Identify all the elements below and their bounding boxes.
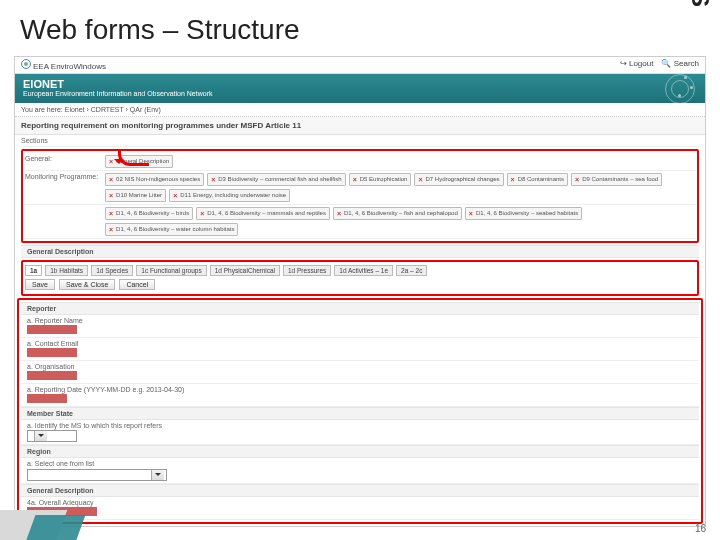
sections-label: Sections [21,137,101,144]
close-icon[interactable]: × [173,190,177,201]
highlight-box-3: Reporter a. Reporter Name a. Contact Ema… [17,298,703,524]
breadcrumb: You are here: Eionet › CDRTEST › QAr (En… [15,103,705,117]
chevron-down-icon [34,431,47,441]
close-icon[interactable]: × [109,174,113,185]
button-row: Save Save & Close Cancel [25,277,695,292]
contact-email-label: a. Contact Email [27,340,693,347]
overall-adequacy-label: 4a. Overall Adequacy [27,499,693,506]
programme-pill[interactable]: ×D7 Hydrographical changes [414,173,503,186]
monitoring-label: Monitoring Programme: [25,173,105,180]
tab-1b-habitats[interactable]: 1b Habitats [45,265,88,276]
close-icon[interactable]: × [109,190,113,201]
screenshot-frame: EEA EnviroWindows ↪ Logout 🔍 Search EION… [14,56,706,527]
eionet-banner: EIONET European Environment Information … [15,74,705,103]
page-heading: Reporting requirement on monitoring prog… [15,117,705,135]
cancel-button[interactable]: Cancel [119,279,155,290]
programme-pill[interactable]: ×D1, 4, 6 Biodiversity – seabed habitats [465,207,583,220]
close-icon[interactable]: × [200,208,204,219]
select-from-list-label: a. Select one from list [27,460,693,467]
globe-icon [21,59,31,69]
banner-subtitle: European Environment Information and Obs… [23,90,697,97]
pill-general-description[interactable]: ×General Description [105,155,173,168]
close-icon[interactable]: × [109,224,113,235]
general-description-heading: General Description [21,245,699,258]
close-icon[interactable]: × [109,156,113,167]
tab-1d-activities-1e[interactable]: 1d Activities – 1e [334,265,393,276]
close-icon[interactable]: × [575,174,579,185]
programme-pill[interactable]: ×D1, 4, 6 Biodiversity – water column ha… [105,223,238,236]
chevron-down-icon [151,470,164,480]
tab-1c-functional-groups[interactable]: 1c Functional groups [136,265,206,276]
tab-2a-2c[interactable]: 2a – 2c [396,265,427,276]
tab-strip: 1a1b Habitats1d Species1c Functional gro… [25,264,695,277]
programme-pill[interactable]: ×D8 Contaminants [507,173,568,186]
general-label: General: [25,155,105,162]
programme-pill[interactable]: ×D3 Biodiversity – commercial fish and s… [207,173,345,186]
logout-link[interactable]: ↪ Logout [620,59,654,71]
general-description-heading-2: General Description [21,484,699,497]
programme-pill[interactable]: ×D9 Contaminants – sea food [571,173,662,186]
reporter-name-input[interactable] [27,325,77,334]
identify-ms-label: a. Identify the MS to which this report … [27,422,693,429]
save-button[interactable]: Save [25,279,55,290]
search-link[interactable]: 🔍 Search [661,59,699,71]
overall-adequacy-input[interactable] [27,507,97,516]
close-icon[interactable]: × [353,174,357,185]
tab-1d-species[interactable]: 1d Species [91,265,133,276]
page-number: 16 [695,523,706,534]
close-icon[interactable]: × [469,208,473,219]
banner-title: EIONET [23,78,697,90]
tab-1d-pressures[interactable]: 1d Pressures [283,265,331,276]
brand-logo: KINS [686,0,714,8]
close-icon[interactable]: × [511,174,515,185]
region-select[interactable] [27,469,167,481]
contact-email-input[interactable] [27,348,77,357]
programme-pill[interactable]: ×D10 Marine Litter [105,189,166,202]
close-icon[interactable]: × [418,174,422,185]
close-icon[interactable]: × [109,208,113,219]
highlight-box-1: General: ×General Description Monitoring… [21,149,699,243]
highlight-box-2: 1a1b Habitats1d Species1c Functional gro… [21,260,699,296]
close-icon[interactable]: × [337,208,341,219]
programme-pill[interactable]: ×D1, 4, 6 Biodiversity – mammals and rep… [196,207,330,220]
programme-pill[interactable]: ×02 NIS Non-indigenous species [105,173,204,186]
slide-title: Web forms – Structure [0,0,720,56]
member-state-select[interactable] [27,430,77,442]
close-icon[interactable]: × [211,174,215,185]
reporter-name-label: a. Reporter Name [27,317,693,324]
programme-pill[interactable]: ×D1, 4, 6 Biodiversity – fish and cephal… [333,207,462,220]
programme-pill[interactable]: ×D11 Energy, including underwater noise [169,189,290,202]
tab-1d-physicalchemical[interactable]: 1d PhysicalChemical [210,265,280,276]
reporter-heading: Reporter [21,302,699,315]
programme-pill[interactable]: ×D1, 4, 6 Biodiversity – birds [105,207,193,220]
reporting-date-input[interactable] [27,394,67,403]
organisation-label: a. Organisation [27,363,693,370]
member-state-heading: Member State [21,407,699,420]
organisation-input[interactable] [27,371,77,380]
env-windows-link[interactable]: EEA EnviroWindows [21,59,106,71]
tab-1a[interactable]: 1a [25,265,42,276]
top-bar: EEA EnviroWindows ↪ Logout 🔍 Search [15,57,705,74]
reporting-date-label: a. Reporting Date (YYYY-MM-DD e.g. 2013-… [27,386,693,393]
region-heading: Region [21,445,699,458]
save-close-button[interactable]: Save & Close [59,279,115,290]
programme-pill[interactable]: ×D5 Eutrophication [349,173,412,186]
